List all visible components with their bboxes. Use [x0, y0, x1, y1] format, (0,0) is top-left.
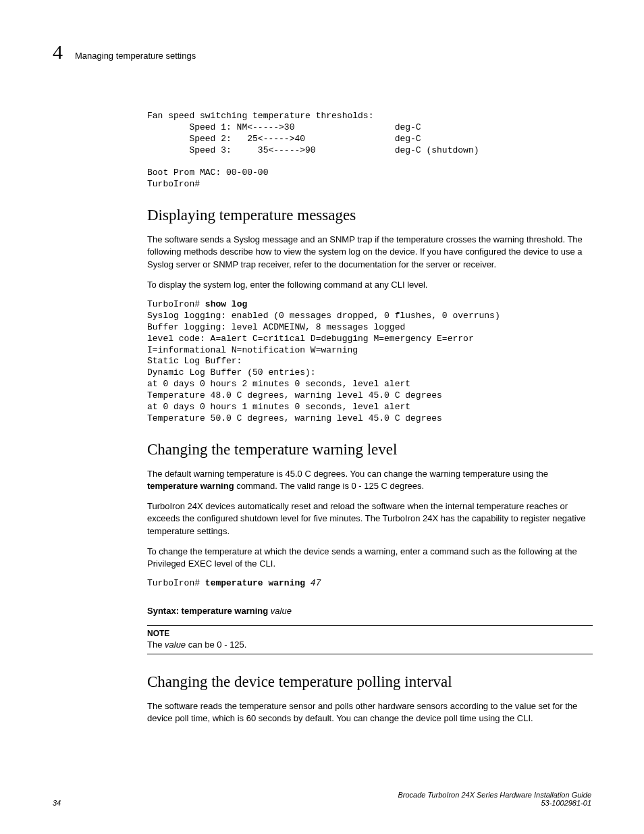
note-label: NOTE: [147, 629, 593, 638]
main-content: Fan speed switching temperature threshol…: [147, 111, 593, 725]
footer-doc-title: Brocade TurboIron 24X Series Hardware In…: [398, 791, 591, 799]
code-show-log: TurboIron# show log Syslog logging: enab…: [147, 299, 593, 425]
body-text: TurboIron 24X devices automatically rese…: [147, 500, 593, 538]
page-header: 4 Managing temperature settings: [53, 41, 591, 63]
section-title-polling-interval: Changing the device temperature polling …: [147, 673, 593, 691]
code-thresholds: Fan speed switching temperature threshol…: [147, 111, 593, 190]
body-text: To change the temperature at which the d…: [147, 546, 593, 570]
footer-doc-id: 53-1002981-01: [398, 799, 591, 807]
running-head: Managing temperature settings: [75, 51, 196, 61]
page-footer: 34 Brocade TurboIron 24X Series Hardware…: [53, 791, 591, 807]
section-title-displaying: Displaying temperature messages: [147, 207, 593, 224]
body-text: The software sends a Syslog message and …: [147, 234, 593, 271]
code-temp-warning: TurboIron# temperature warning 47: [147, 578, 593, 590]
body-text: The default warning temperature is 45.0 …: [147, 468, 593, 492]
chapter-number: 4: [53, 41, 63, 63]
section-title-warning-level: Changing the temperature warning level: [147, 441, 593, 459]
syntax-line: Syntax: temperature warning value: [147, 606, 593, 616]
body-text: The software reads the temperature senso…: [147, 700, 593, 725]
note-body: The value can be 0 - 125.: [147, 640, 593, 650]
page-number: 34: [53, 799, 61, 807]
footer-doc-info: Brocade TurboIron 24X Series Hardware In…: [398, 791, 591, 807]
body-text: To display the system log, enter the fol…: [147, 279, 593, 291]
note-rule-bottom: [147, 654, 593, 654]
note-rule-top: [147, 625, 593, 626]
